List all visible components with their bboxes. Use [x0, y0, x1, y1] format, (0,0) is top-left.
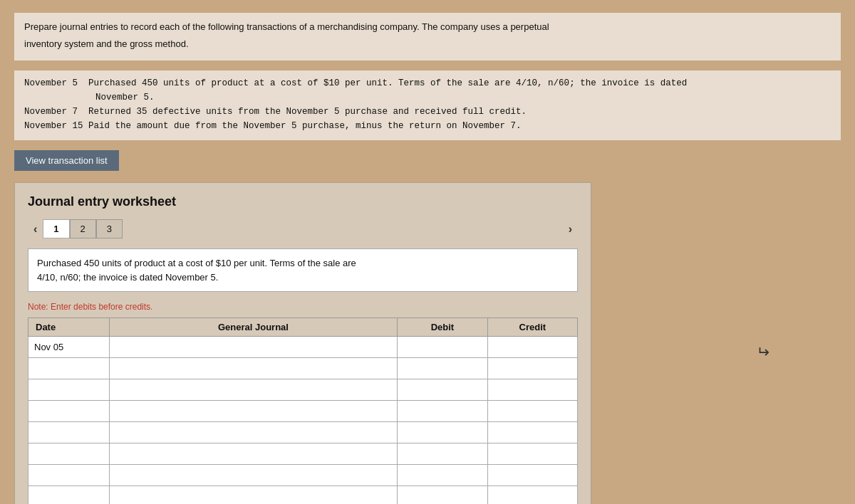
- cell-debit-2[interactable]: [398, 379, 487, 401]
- transaction-date-2: November 7: [24, 107, 88, 117]
- transaction-date-1: November 5: [24, 78, 88, 88]
- cell-credit-2[interactable]: [487, 379, 577, 401]
- note-text: Note: Enter debits before credits.: [28, 302, 578, 312]
- tab-row: ‹ 1 2 3 ›: [28, 219, 578, 238]
- cell-date-5: [28, 443, 110, 465]
- input-journal-7[interactable]: [115, 491, 391, 502]
- input-journal-1[interactable]: [115, 363, 391, 374]
- cell-date-1: [28, 358, 110, 379]
- table-row: [28, 358, 578, 379]
- cell-journal-3[interactable]: [109, 401, 397, 422]
- cell-debit-3[interactable]: [398, 401, 487, 422]
- cell-date-4: [28, 422, 110, 443]
- input-journal-4[interactable]: [115, 427, 391, 438]
- transaction-description: Purchased 450 units of product at a cost…: [28, 248, 578, 292]
- input-credit-7[interactable]: [494, 491, 571, 502]
- input-debit-0[interactable]: [403, 342, 481, 352]
- header-debit: Debit: [398, 318, 487, 337]
- transaction-continuation: November 5.: [95, 93, 155, 103]
- input-debit-5[interactable]: [403, 448, 481, 459]
- cell-journal-5[interactable]: [109, 443, 397, 465]
- transaction-row-2: November 7 Returned 35 defective units f…: [24, 105, 831, 119]
- input-journal-0[interactable]: [115, 342, 391, 352]
- page-wrapper: Prepare journal entries to record each o…: [0, 0, 855, 504]
- table-row: [28, 486, 578, 505]
- cell-date-3: [28, 401, 110, 422]
- input-debit-2[interactable]: [403, 384, 481, 395]
- cell-debit-1[interactable]: [398, 358, 487, 379]
- transaction-row-1: November 5 Purchased 450 units of produc…: [24, 76, 831, 90]
- cell-journal-6[interactable]: [109, 465, 397, 486]
- input-credit-3[interactable]: [494, 406, 571, 416]
- cell-journal-4[interactable]: [109, 422, 397, 443]
- input-credit-2[interactable]: [494, 384, 571, 395]
- tab-prev-arrow[interactable]: ‹: [28, 220, 43, 238]
- description-line2: 4/10, n/60; the invoice is dated Novembe…: [37, 272, 218, 283]
- header-general-journal: General Journal: [109, 318, 397, 337]
- cell-debit-4[interactable]: [398, 422, 487, 443]
- table-header-row: Date General Journal Debit Credit: [28, 318, 578, 337]
- cell-credit-3[interactable]: [487, 401, 577, 422]
- worksheet-container: Journal entry worksheet ‹ 1 2 3 › Purcha…: [14, 182, 591, 504]
- input-journal-3[interactable]: [115, 406, 391, 416]
- cell-credit-0[interactable]: [487, 337, 577, 358]
- transaction-text-2: Returned 35 defective units from the Nov…: [88, 107, 527, 117]
- input-journal-5[interactable]: [115, 448, 391, 459]
- cell-debit-6[interactable]: [398, 465, 487, 486]
- input-credit-1[interactable]: [494, 363, 571, 374]
- instructions-line1: Prepare journal entries to record each o…: [24, 20, 831, 34]
- table-row: [28, 465, 578, 486]
- input-debit-7[interactable]: [403, 491, 481, 502]
- cell-debit-0[interactable]: [398, 337, 487, 358]
- header-date: Date: [28, 318, 110, 337]
- table-row: [28, 443, 578, 465]
- cell-journal-0[interactable]: [109, 337, 397, 358]
- transaction-text-1: Purchased 450 units of product at a cost…: [88, 78, 687, 88]
- input-debit-1[interactable]: [403, 363, 481, 374]
- input-credit-6[interactable]: [494, 470, 571, 481]
- worksheet-title: Journal entry worksheet: [28, 194, 578, 209]
- header-credit: Credit: [487, 318, 577, 337]
- view-transaction-button[interactable]: View transaction list: [14, 150, 119, 171]
- table-row: [28, 401, 578, 422]
- cell-credit-5[interactable]: [487, 443, 577, 465]
- input-journal-2[interactable]: [115, 384, 391, 395]
- cell-credit-7[interactable]: [487, 486, 577, 505]
- cell-date-6: [28, 465, 110, 486]
- table-row: Nov 05: [28, 337, 578, 358]
- cell-credit-1[interactable]: [487, 358, 577, 379]
- instructions-block: Prepare journal entries to record each o…: [14, 13, 841, 61]
- cursor-icon: ↵: [757, 343, 770, 362]
- tab-next-arrow[interactable]: ›: [563, 220, 578, 238]
- table-row: [28, 379, 578, 401]
- cell-credit-4[interactable]: [487, 422, 577, 443]
- input-credit-4[interactable]: [494, 427, 571, 438]
- cell-credit-6[interactable]: [487, 465, 577, 486]
- cell-date-7: [28, 486, 110, 505]
- cell-debit-7[interactable]: [398, 486, 487, 505]
- input-debit-4[interactable]: [403, 427, 481, 438]
- cell-journal-7[interactable]: [109, 486, 397, 505]
- transaction-date-3: November 15: [24, 121, 88, 131]
- cell-date-2: [28, 379, 110, 401]
- transaction-row-1b: November 5.: [24, 90, 831, 105]
- input-credit-0[interactable]: [494, 342, 571, 352]
- journal-table: Date General Journal Debit Credit Nov 05: [28, 317, 578, 504]
- cell-debit-5[interactable]: [398, 443, 487, 465]
- transactions-block: November 5 Purchased 450 units of produc…: [14, 70, 841, 140]
- tab-3[interactable]: 3: [96, 219, 123, 238]
- table-row: [28, 422, 578, 443]
- input-credit-5[interactable]: [494, 448, 571, 459]
- tab-1[interactable]: 1: [43, 219, 69, 238]
- input-debit-3[interactable]: [403, 406, 481, 416]
- instructions-line2: inventory system and the gross method.: [24, 37, 831, 51]
- cell-journal-1[interactable]: [109, 358, 397, 379]
- description-line1: Purchased 450 units of product at a cost…: [37, 258, 356, 268]
- tab-2[interactable]: 2: [70, 219, 96, 238]
- input-debit-6[interactable]: [403, 470, 481, 481]
- cell-date-0: Nov 05: [28, 337, 110, 358]
- cell-journal-2[interactable]: [109, 379, 397, 401]
- transaction-text-3: Paid the amount due from the November 5 …: [88, 121, 522, 131]
- input-journal-6[interactable]: [115, 470, 391, 481]
- transaction-row-3: November 15 Paid the amount due from the…: [24, 119, 831, 133]
